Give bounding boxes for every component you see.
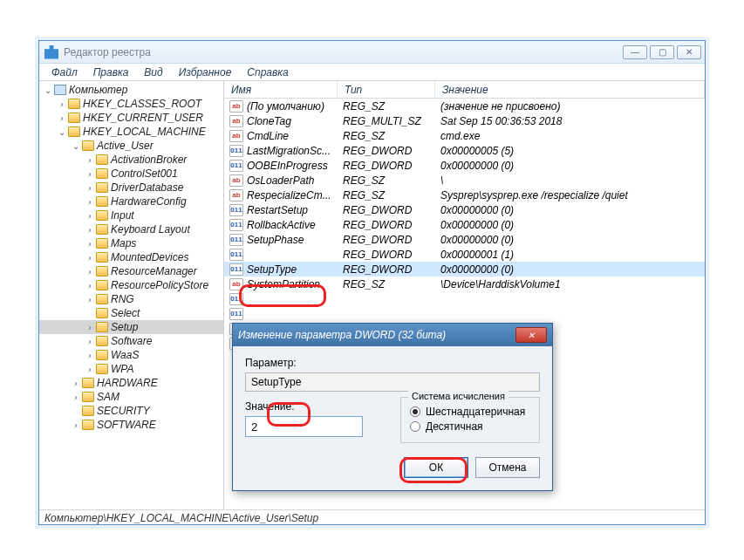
value-label: Значение: — [245, 400, 385, 413]
status-bar: Компьютер\HKEY_LOCAL_MACHINE\Active_User… — [39, 509, 705, 526]
tree-item[interactable]: SECURITY — [39, 404, 223, 418]
tree-item[interactable]: ›SOFTWARE — [39, 418, 223, 432]
tree-item[interactable]: ›Software — [39, 334, 223, 348]
tree-item[interactable]: ⌄Компьютер — [39, 83, 223, 97]
list-row[interactable]: abOsLoaderPathREG_SZ\ — [224, 173, 705, 188]
tree-item[interactable]: ›WaaS — [39, 348, 223, 362]
value-input[interactable] — [245, 416, 363, 437]
cancel-button[interactable]: Отмена — [475, 457, 540, 478]
dialog-title: Изменение параметра DWORD (32 бита) — [238, 329, 515, 341]
list-row[interactable]: abCloneTagREG_MULTI_SZSat Sep 15 00:36:5… — [224, 113, 705, 128]
list-row[interactable]: ab(По умолчанию)REG_SZ(значение не присв… — [224, 99, 705, 113]
tree-item[interactable]: ›HKEY_CURRENT_USER — [39, 111, 223, 125]
close-button[interactable]: ✕ — [677, 45, 701, 59]
menu-favorites[interactable]: Избранное — [172, 65, 239, 80]
radio-hex[interactable]: Шестнадцатеричная — [410, 406, 530, 418]
string-value-icon: ab — [229, 189, 243, 201]
window-buttons: — ▢ ✕ — [623, 45, 701, 59]
list-row[interactable]: 011LastMigrationSc...REG_DWORD0x00000005… — [224, 143, 705, 158]
folder-icon — [96, 238, 108, 249]
folder-icon — [96, 336, 108, 346]
radio-icon — [410, 421, 420, 432]
dword-value-icon: 011 — [229, 219, 243, 231]
dword-value-icon: 011 — [229, 145, 243, 157]
dword-value-icon: 011 — [229, 204, 243, 216]
maximize-button[interactable]: ▢ — [650, 45, 674, 59]
list-row[interactable]: 011RestartSetupREG_DWORD0x00000000 (0) — [224, 202, 705, 217]
folder-icon — [96, 364, 108, 374]
param-name-field: SetupType — [245, 372, 540, 392]
list-header[interactable]: Имя Тип Значение — [224, 81, 705, 99]
tree-item[interactable]: ›ControlSet001 — [39, 167, 223, 181]
app-icon — [44, 45, 58, 59]
radio-icon — [410, 406, 420, 417]
tree-item[interactable]: ›HardwareConfig — [39, 195, 223, 208]
list-row[interactable]: 011RollbackActiveREG_DWORD0x00000000 (0) — [224, 217, 705, 232]
folder-icon — [96, 266, 108, 277]
dword-value-icon: 011 — [229, 160, 243, 172]
col-name[interactable]: Имя — [224, 81, 338, 98]
tree-item[interactable]: ›WPA — [39, 362, 223, 376]
list-row[interactable]: abRespecializeCm...REG_SZSysprep\sysprep… — [224, 188, 705, 202]
dword-value-icon: 011 — [229, 234, 243, 246]
folder-icon — [82, 392, 94, 402]
folder-icon — [96, 168, 108, 179]
list-row[interactable]: 011 — [224, 291, 705, 306]
base-label: Система исчисления — [408, 391, 509, 401]
computer-icon — [54, 85, 66, 95]
folder-icon — [68, 99, 80, 109]
menu-edit[interactable]: Правка — [86, 65, 136, 80]
window-title: Редактор реестра — [64, 46, 623, 58]
folder-icon — [96, 210, 108, 221]
radio-dec[interactable]: Десятичная — [410, 420, 530, 433]
tree-item[interactable]: ⌄HKEY_LOCAL_MACHINE — [39, 125, 223, 139]
tree-item[interactable]: ›ActivationBroker — [39, 153, 223, 167]
dword-value-icon: 011 — [229, 249, 243, 261]
menu-file[interactable]: Файл — [44, 65, 85, 80]
tree-item[interactable]: ›Keyboard Layout — [39, 222, 223, 236]
tree-item[interactable]: ›Setup — [39, 320, 223, 334]
col-type[interactable]: Тип — [338, 81, 435, 98]
tree-item[interactable]: ›HKEY_CLASSES_ROOT — [39, 97, 223, 111]
string-value-icon: ab — [229, 278, 243, 290]
folder-icon — [96, 294, 108, 304]
tree-item[interactable]: Select — [39, 306, 223, 320]
tree-item[interactable]: ›SAM — [39, 390, 223, 404]
list-row[interactable]: 011OOBEInProgressREG_DWORD0x00000000 (0) — [224, 158, 705, 173]
menu-help[interactable]: Справка — [240, 65, 295, 80]
base-groupbox: Система исчисления Шестнадцатеричная Дес… — [400, 397, 540, 443]
string-value-icon: ab — [229, 174, 243, 187]
list-row[interactable]: 011REG_DWORD0x00000001 (1) — [224, 247, 705, 262]
ok-button[interactable]: ОК — [404, 457, 468, 478]
tree-item[interactable]: ›HARDWARE — [39, 376, 223, 390]
col-value[interactable]: Значение — [435, 81, 705, 98]
tree-item[interactable]: ›DriverDatabase — [39, 181, 223, 195]
folder-icon — [82, 378, 94, 388]
dialog-close-button[interactable]: ✕ — [515, 327, 547, 343]
titlebar[interactable]: Редактор реестра — ▢ ✕ — [39, 41, 705, 64]
string-value-icon: ab — [229, 100, 243, 113]
dialog-titlebar[interactable]: Изменение параметра DWORD (32 бита) ✕ — [233, 324, 552, 346]
list-row[interactable]: abSystemPartitionREG_SZ\Device\HarddiskV… — [224, 277, 705, 291]
list-row[interactable]: 011SetupTypeREG_DWORD0x00000000 (0) — [224, 262, 705, 277]
string-value-icon: ab — [229, 130, 243, 142]
folder-icon — [82, 406, 94, 416]
tree-item[interactable]: ›ResourceManager — [39, 264, 223, 278]
list-row[interactable]: 011 — [224, 306, 705, 321]
tree-item[interactable]: ›RNG — [39, 292, 223, 306]
tree-item[interactable]: ⌄Active_User — [39, 139, 223, 153]
tree-item[interactable]: ›ResourcePolicyStore — [39, 278, 223, 292]
menu-view[interactable]: Вид — [137, 65, 169, 80]
list-row[interactable]: abCmdLineREG_SZcmd.exe — [224, 128, 705, 143]
tree-item[interactable]: ›MountedDevices — [39, 250, 223, 264]
folder-icon — [96, 196, 108, 207]
list-body[interactable]: ab(По умолчанию)REG_SZ(значение не присв… — [224, 99, 705, 351]
folder-icon — [96, 154, 108, 165]
tree-panel[interactable]: ⌄Компьютер›HKEY_CLASSES_ROOT›HKEY_CURREN… — [39, 81, 224, 509]
dword-value-icon: 011 — [229, 293, 243, 305]
minimize-button[interactable]: — — [623, 45, 647, 59]
tree-item[interactable]: ›Input — [39, 208, 223, 222]
list-row[interactable]: 011SetupPhaseREG_DWORD0x00000000 (0) — [224, 232, 705, 247]
folder-icon — [82, 420, 94, 430]
tree-item[interactable]: ›Maps — [39, 236, 223, 250]
